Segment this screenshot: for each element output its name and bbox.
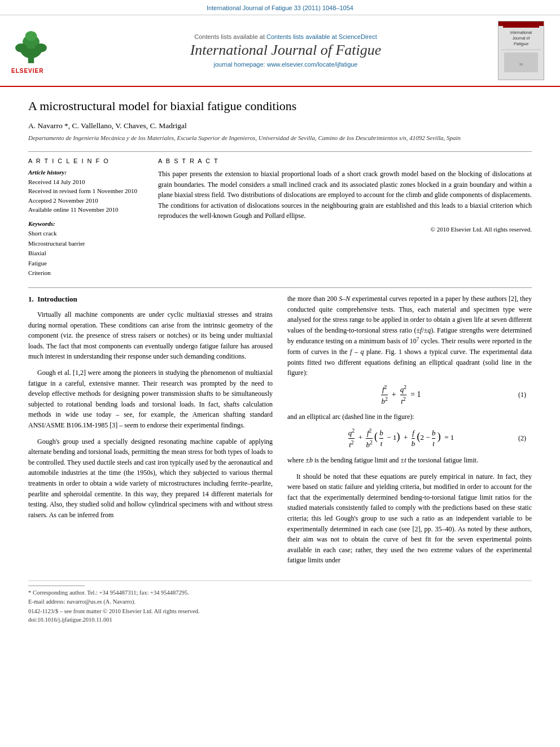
body-right-para1: the more than 200 S–N experimental curve… (287, 294, 532, 378)
received-date: Received 14 July 2010 (28, 177, 141, 187)
article-title: A microstructural model for biaxial fati… (28, 98, 532, 115)
contents-available-line: Contents lists available at Contents lis… (73, 33, 498, 40)
issn-line: 0142-1123/$ – see front matter © 2010 El… (28, 608, 532, 614)
section-number: 1. (28, 295, 34, 303)
journal-header: ELSEVIER Contents lists available at Con… (0, 15, 560, 87)
email-note: E-mail address: navarro@us.es (A. Navarr… (28, 597, 532, 606)
cover-placeholder: International Journal of Fatigue 33 (498, 21, 544, 80)
body-right-para4: It should be noted that these equations … (287, 471, 532, 566)
svg-text:Fatigue: Fatigue (514, 41, 529, 46)
equation-2-content: q2 t2 + f2 b2 ( b t (293, 427, 509, 449)
abstract-text: This paper presents the extension to bia… (158, 169, 532, 221)
keyword-3: Biaxial (28, 248, 141, 259)
eq1-number: (1) (509, 390, 526, 400)
body-left-para1: Virtually all machine components are und… (28, 309, 273, 362)
journal-cover-image: International Journal of Fatigue 33 (498, 21, 549, 80)
header-divider (28, 151, 532, 152)
section-title: Introduction (37, 295, 77, 303)
body-left-para2: Gough et al. [1,2] were among the pionee… (28, 368, 273, 431)
elsevier-logo: ELSEVIER (11, 27, 73, 74)
body-right-column: the more than 200 S–N experimental curve… (287, 294, 532, 571)
main-content-area: A microstructural model for biaxial fati… (0, 87, 560, 634)
abstract-column: A B S T R A C T This paper presents the … (158, 158, 532, 278)
authors-line: A. Navarro *, C. Vallellano, V. Chaves, … (28, 121, 532, 130)
equation-1-content: f2 b2 + q2 t2 = 1 (293, 384, 509, 406)
keyword-1: Short crack (28, 229, 141, 239)
copyright-line: © 2010 Elsevier Ltd. All rights reserved… (158, 226, 532, 233)
homepage-url[interactable]: www.elsevier.com/locate/ijfatigue (267, 61, 358, 68)
abstract-body-divider (28, 287, 532, 288)
journal-title: International Journal of Fatigue (73, 41, 498, 59)
svg-text:Journal of: Journal of (513, 36, 530, 40)
equation-2-block: q2 t2 + f2 b2 ( b t (287, 427, 532, 449)
keyword-5: Criterion (28, 268, 141, 278)
footnotes-section: * Corresponding author. Tel.: +34 954487… (28, 580, 532, 623)
keywords-group: Keywords: Short crack Microstructural ba… (28, 220, 141, 278)
svg-text:33: 33 (519, 63, 523, 66)
keyword-4: Fatigue (28, 259, 141, 269)
journal-center-info: Contents lists available at Contents lis… (73, 33, 498, 68)
footnote-separator (28, 586, 85, 586)
section1-heading: 1. Introduction (28, 294, 273, 305)
keywords-title: Keywords: (28, 220, 141, 227)
sciencedirect-link[interactable]: Contents lists available at ScienceDirec… (266, 33, 377, 40)
authors-text: A. Navarro *, C. Vallellano, V. Chaves, … (28, 121, 187, 130)
equation-1-block: f2 b2 + q2 t2 = 1 (287, 384, 532, 406)
doi-line: doi:10.1016/j.ijfatigue.2010.11.001 (28, 617, 532, 623)
elsevier-tree-icon (11, 27, 51, 67)
body-two-column: 1. Introduction Virtually all machine co… (28, 294, 532, 571)
corresponding-author-note: * Corresponding author. Tel.: +34 954487… (28, 588, 532, 597)
history-title: Article history: (28, 169, 141, 176)
journal-citation-text: International Journal of Fatigue 33 (201… (207, 5, 353, 11)
svg-point-3 (25, 31, 37, 41)
article-history-group: Article history: Received 14 July 2010 R… (28, 169, 141, 215)
journal-citation-bar: International Journal of Fatigue 33 (201… (0, 0, 560, 15)
svg-point-4 (15, 43, 27, 53)
homepage-label: journal homepage: (214, 61, 267, 68)
article-info-label: A R T I C L E I N F O (28, 158, 141, 164)
journal-homepage-line: journal homepage: www.elsevier.com/locat… (73, 61, 498, 68)
cover-svg: International Journal of Fatigue 33 (498, 21, 544, 80)
affiliation-text: Departamento de Ingeniería Mecánica y de… (28, 134, 532, 142)
article-info-column: A R T I C L E I N F O Article history: R… (28, 158, 141, 278)
svg-rect-7 (498, 21, 544, 26)
svg-point-5 (35, 43, 47, 53)
abstract-label: A B S T R A C T (158, 158, 532, 164)
body-left-column: 1. Introduction Virtually all machine co… (28, 294, 273, 571)
body-left-para3: Gough's group used a specially designed … (28, 436, 273, 521)
eq1-fraction2: q2 t2 (400, 390, 409, 398)
info-abstract-section: A R T I C L E I N F O Article history: R… (28, 158, 532, 278)
svg-text:International: International (510, 30, 532, 34)
eq1-fraction1: f2 b2 (381, 390, 390, 398)
body-right-para2: and an elliptical arc (dashed line in th… (287, 412, 532, 422)
keyword-2: Microstructural barrier (28, 239, 141, 249)
elsevier-brand-text: ELSEVIER (11, 68, 43, 74)
eq2-number: (2) (509, 433, 526, 444)
revised-date: Received in revised form 1 November 2010 (28, 186, 141, 196)
body-right-para3: where ±b is the bending fatigue limit an… (287, 455, 532, 466)
accepted-date: Accepted 2 November 2010 (28, 196, 141, 206)
online-date: Available online 11 November 2010 (28, 205, 141, 215)
